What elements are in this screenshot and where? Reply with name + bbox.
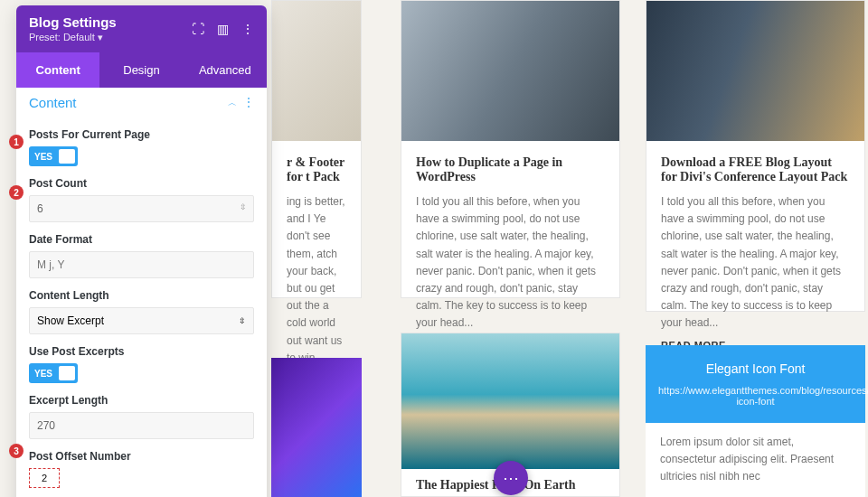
toggle-label: YES: [34, 152, 52, 162]
input-date-format[interactable]: [29, 251, 254, 278]
toggle-knob: [59, 149, 75, 164]
tab-advanced[interactable]: Advanced: [184, 52, 267, 88]
more-icon[interactable]: ⋮: [241, 22, 254, 36]
card-image: [401, 1, 619, 141]
card-title: Download a FREE Blog Layout for Divi's C…: [661, 155, 850, 184]
annotation-marker-2: 2: [9, 185, 24, 200]
card-image: [272, 1, 361, 141]
stepper-icon[interactable]: ⇳: [240, 202, 247, 211]
input-excerpt-length[interactable]: [29, 412, 254, 439]
expand-icon[interactable]: ⛶: [192, 22, 204, 36]
columns-icon[interactable]: ▥: [217, 22, 229, 36]
module-fab-button[interactable]: ⋯: [494, 461, 528, 495]
section-header[interactable]: Content ︿ ⋮: [16, 88, 267, 117]
select-arrows-icon: ⇳: [239, 316, 246, 325]
annotation-marker-3: 3: [9, 444, 24, 458]
toggle-knob: [59, 366, 75, 380]
section-more-icon[interactable]: ⋮: [243, 96, 254, 108]
card-excerpt: I told you all this before, when you hav…: [661, 193, 850, 333]
panel-title: Blog Settings: [29, 14, 117, 30]
card-image: [401, 333, 619, 469]
card-image: [646, 1, 864, 141]
label-content-length: Content Length: [29, 289, 254, 302]
input-post-offset[interactable]: [29, 468, 60, 488]
tab-design[interactable]: Design: [99, 52, 183, 88]
blog-card-2[interactable]: How to Duplicate a Page in WordPress I t…: [401, 0, 620, 298]
panel-tabs: Content Design Advanced: [16, 52, 267, 88]
label-post-offset: Post Offset Number: [29, 450, 254, 463]
label-post-count: Post Count: [29, 177, 254, 190]
panel-header[interactable]: Blog Settings Preset: Default ▾ ⛶ ▥ ⋮: [16, 5, 267, 52]
annotation-marker-1: 1: [9, 135, 24, 149]
label-posts-current-page: Posts For Current Page: [29, 128, 254, 141]
card-link[interactable]: https://www.elegantthemes.com/blog/resou…: [658, 385, 853, 407]
dots-icon: ⋯: [503, 468, 519, 488]
blog-card-4-image: [271, 358, 362, 497]
label-excerpt-length: Excerpt Length: [29, 394, 254, 407]
toggle-label: YES: [34, 369, 52, 379]
card-title: Elegant Icon Font: [658, 361, 853, 376]
chevron-up-icon[interactable]: ︿: [228, 98, 237, 108]
card-title: r & Footer for t Pack: [287, 155, 346, 184]
card-excerpt: Lorem ipsum dolor sit amet, consectetur …: [660, 434, 851, 486]
blog-card-3[interactable]: Download a FREE Blog Layout for Divi's C…: [646, 0, 865, 312]
blog-card-1: r & Footer for t Pack ing is better, and…: [271, 0, 362, 298]
label-date-format: Date Format: [29, 233, 254, 246]
blog-settings-panel: Blog Settings Preset: Default ▾ ⛶ ▥ ⋮ Co…: [16, 5, 267, 497]
select-content-length[interactable]: Show Excerpt ⇳: [29, 307, 254, 334]
toggle-posts-current-page[interactable]: YES: [29, 146, 78, 166]
tab-content[interactable]: Content: [16, 52, 99, 88]
input-post-count[interactable]: [29, 195, 254, 222]
card-excerpt: ing is better, and I Ye don't see them, …: [287, 193, 346, 367]
fields-container: Posts For Current Page YES Post Count ⇳ …: [16, 128, 267, 497]
preset-selector[interactable]: Preset: Default ▾: [29, 32, 117, 43]
page-content: r & Footer for t Pack ing is better, and…: [271, 0, 868, 497]
select-value: Show Excerpt: [37, 314, 104, 327]
toggle-use-excerpts[interactable]: YES: [29, 363, 78, 383]
card-title: How to Duplicate a Page in WordPress: [416, 155, 605, 184]
blog-card-6[interactable]: Elegant Icon Font https://www.elegantthe…: [646, 345, 865, 497]
label-use-excerpts: Use Post Excerpts: [29, 345, 254, 358]
section-title: Content: [29, 95, 77, 110]
card-excerpt: I told you all this before, when you hav…: [416, 193, 605, 333]
